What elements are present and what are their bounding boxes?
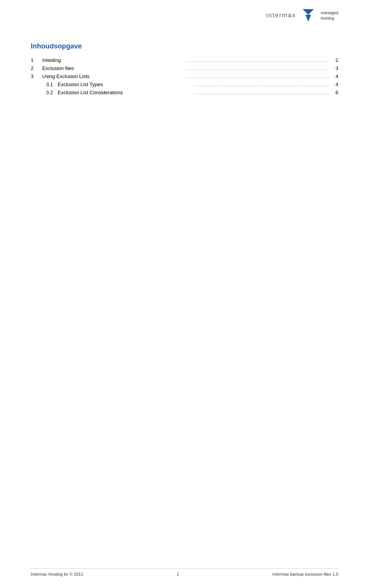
footer-left: Intermax Hosting bv © 2011 <box>31 572 83 576</box>
toc-number-1: 1 <box>31 57 42 63</box>
logo-managed-hosting-text: managed hosting <box>321 10 338 21</box>
toc-label-3-2: Exclusion List Considerations <box>58 90 193 95</box>
toc-number-3-1: 3.1 <box>46 82 58 87</box>
toc-label-1: Inleiding <box>42 57 185 63</box>
toc-list: 1 Inleiding 2 2 Exclusion files 3 3 Usin… <box>31 57 338 95</box>
toc-page-1: 2 <box>331 57 338 63</box>
toc-entry-1: 1 Inleiding 2 <box>31 57 338 63</box>
page-header: intermax managed hosting <box>31 0 338 35</box>
toc-entry-3: 3 Using Exclusion Lists 4 <box>31 73 338 79</box>
toc-page-3-2: 6 <box>331 90 338 95</box>
toc-dots-3-1 <box>194 86 329 86</box>
toc-dots-1 <box>186 62 329 62</box>
footer-center-page: 1 <box>177 572 179 576</box>
toc-title: Inhoudsopgave <box>31 42 338 50</box>
toc-entry-3-2: 3.2 Exclusion List Considerations 6 <box>31 90 338 95</box>
svg-marker-0 <box>303 9 314 15</box>
toc-page-3: 4 <box>331 73 338 79</box>
toc-label-3-1: Exclusion List Types <box>58 82 193 87</box>
toc-label-2: Exclusion files <box>42 65 185 71</box>
toc-dots-2 <box>186 70 329 70</box>
toc-number-3-2: 3.2 <box>46 90 58 95</box>
toc-page-2: 3 <box>331 65 338 71</box>
toc-dots-3 <box>186 78 329 78</box>
toc-number-3: 3 <box>31 73 42 79</box>
logo-intermax-text: intermax <box>266 12 296 19</box>
toc-dots-3-2 <box>194 94 329 94</box>
logo-area: intermax managed hosting <box>266 8 338 23</box>
toc-entry-3-1: 3.1 Exclusion List Types 4 <box>31 82 338 87</box>
toc-entry-2: 2 Exclusion files 3 <box>31 65 338 71</box>
toc-number-2: 2 <box>31 65 42 71</box>
footer-right: Intermax backup exclusion files 1.0 <box>273 572 338 576</box>
main-content: Inhoudsopgave 1 Inleiding 2 2 Exclusion … <box>31 35 338 95</box>
toc-label-3: Using Exclusion Lists <box>42 73 185 79</box>
logo-icon <box>301 8 316 23</box>
svg-marker-1 <box>306 15 311 22</box>
page-footer: Intermax Hosting bv © 2011 1 Intermax ba… <box>31 568 338 576</box>
toc-page-3-1: 4 <box>331 82 338 87</box>
